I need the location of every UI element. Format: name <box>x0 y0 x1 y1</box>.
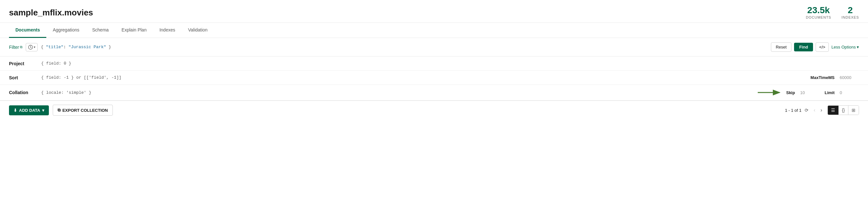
tab-schema[interactable]: Schema <box>86 23 115 38</box>
limit-label: Limit <box>825 90 835 95</box>
tab-aggregations[interactable]: Aggregations <box>46 23 86 38</box>
maxtimems-value[interactable]: 60000 <box>840 75 859 80</box>
json-view-button[interactable]: {} <box>839 106 848 115</box>
export-icon: ⧉ <box>58 108 60 113</box>
indexes-count: 2 <box>842 6 859 15</box>
skip-arrow <box>758 88 783 97</box>
refresh-icon[interactable]: ⟳ <box>805 108 808 113</box>
stats-panel: 23.5k DOCUMENTS 2 INDEXES <box>806 6 859 19</box>
less-options-label: Less Options <box>831 45 856 49</box>
filter-bar: Filter⧉ ▾ { "title": "Jurassic Park" } R… <box>0 38 868 57</box>
filter-label[interactable]: Filter⧉ <box>9 45 23 50</box>
collection-title: sample_mflix.movies <box>9 8 93 17</box>
export-label: EXPORT COLLECTION <box>62 108 108 113</box>
db-name: sample_mflix <box>9 8 62 17</box>
limit-value[interactable]: 0 <box>840 90 859 95</box>
prev-page-button[interactable]: ‹ <box>812 107 817 114</box>
page-info: 1 - 1 of 1 <box>785 108 802 113</box>
skip-label: Skip <box>786 90 795 95</box>
collation-right: Skip 10 Limit 0 <box>786 90 859 95</box>
project-value[interactable]: { field: 0 } <box>41 61 859 66</box>
indexes-stat: 2 INDEXES <box>842 6 859 19</box>
pagination: 1 - 1 of 1 ⟳ ‹ › ☰ {} ⊞ <box>785 105 859 115</box>
find-button[interactable]: Find <box>794 43 813 51</box>
clock-icon <box>28 45 33 50</box>
filter-ext-icon: ⧉ <box>20 45 23 49</box>
clock-chevron-icon: ▾ <box>34 45 35 49</box>
less-options-button[interactable]: Less Options ▾ <box>831 45 859 49</box>
project-label: Project <box>9 61 41 66</box>
add-data-chevron-icon: ▾ <box>42 108 44 113</box>
view-buttons: ☰ {} ⊞ <box>828 105 859 115</box>
tab-validation[interactable]: Validation <box>182 23 214 38</box>
reset-button[interactable]: Reset <box>771 42 792 52</box>
collection-name: .movies <box>62 8 93 17</box>
tab-indexes[interactable]: Indexes <box>153 23 182 38</box>
table-view-button[interactable]: ⊞ <box>848 106 859 115</box>
options-rows: Project { field: 0 } Sort { field: -1 } … <box>0 57 868 101</box>
project-row: Project { field: 0 } <box>0 57 868 71</box>
upload-icon: ⬇ <box>13 108 17 113</box>
next-page-button[interactable]: › <box>818 107 824 114</box>
filter-code-display[interactable]: { "title": "Jurassic Park" } <box>41 45 768 49</box>
indexes-label: INDEXES <box>842 15 859 19</box>
sort-right: MaxTimeMS 60000 <box>810 75 859 80</box>
collation-label: Collation <box>9 90 41 95</box>
documents-count: 23.5k <box>806 6 831 15</box>
tab-explain-plan[interactable]: Explain Plan <box>115 23 153 38</box>
sort-value[interactable]: { field: -1 } or [['field', -1]] <box>41 75 810 80</box>
filter-history-button[interactable]: ▾ <box>26 43 38 51</box>
list-view-button[interactable]: ☰ <box>828 106 839 115</box>
add-data-button[interactable]: ⬇ ADD DATA ▾ <box>9 105 49 115</box>
documents-stat: 23.5k DOCUMENTS <box>806 6 831 19</box>
add-data-label: ADD DATA <box>19 108 40 113</box>
tabs-bar: Documents Aggregations Schema Explain Pl… <box>0 23 868 38</box>
sort-row: Sort { field: -1 } or [['field', -1]] Ma… <box>0 71 868 85</box>
documents-label: DOCUMENTS <box>806 15 831 19</box>
skip-value[interactable]: 10 <box>800 90 819 95</box>
toolbar-right: Reset Find </> Less Options ▾ <box>771 42 859 52</box>
sort-label: Sort <box>9 75 41 80</box>
maxtimems-label: MaxTimeMS <box>810 75 835 80</box>
page-nav: ‹ › <box>812 107 824 114</box>
right-arrow-icon <box>758 88 783 97</box>
less-options-chevron-icon: ▾ <box>857 45 859 49</box>
tab-documents[interactable]: Documents <box>9 23 46 38</box>
bottom-bar: ⬇ ADD DATA ▾ ⧉ EXPORT COLLECTION 1 - 1 o… <box>0 101 868 119</box>
code-button[interactable]: </> <box>815 42 829 52</box>
collation-value[interactable]: { locale: 'simple' } <box>41 90 758 95</box>
collation-row: Collation { locale: 'simple' } Skip 10 L… <box>0 85 868 100</box>
export-button[interactable]: ⧉ EXPORT COLLECTION <box>53 105 113 116</box>
top-bar: sample_mflix.movies 23.5k DOCUMENTS 2 IN… <box>0 0 868 23</box>
